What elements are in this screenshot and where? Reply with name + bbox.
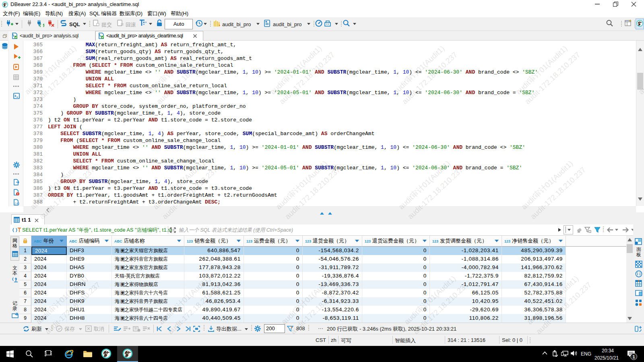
svg-text:(x): (x) — [14, 202, 20, 205]
